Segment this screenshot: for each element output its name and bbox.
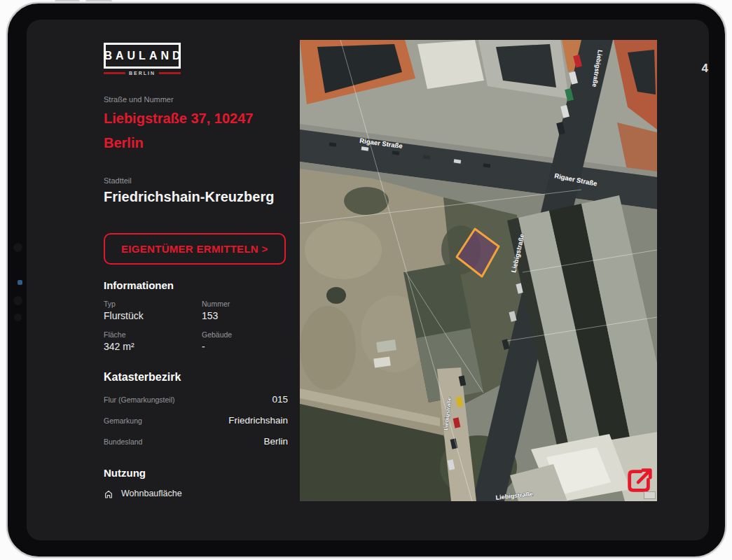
map-expand-button[interactable]: [625, 465, 654, 495]
corner-number: 4: [702, 62, 708, 76]
informationen-title: Informationen: [104, 279, 307, 291]
logo-subtext: BERLIN: [129, 71, 156, 76]
bezel-blue-dot: [18, 280, 22, 285]
address-value: Liebigstraße 37, 10247 Berlin: [104, 106, 287, 155]
row-value: Friedrichshain: [228, 415, 288, 426]
field-value: Flurstück: [104, 310, 202, 321]
field-label: Fläche: [104, 330, 202, 339]
logo-line-left: [104, 72, 125, 74]
house-icon: [104, 489, 113, 498]
owner-lookup-button[interactable]: EIGENTÜMER ERMITTELN >: [104, 233, 286, 265]
field-label: Typ: [104, 300, 202, 308]
row-gemarkung: Gemarkung Friedrichshain: [104, 415, 288, 426]
property-panel: BAULAND BERLIN Straße und Nummer Liebigs…: [104, 43, 307, 498]
bezel-mark: [14, 314, 22, 321]
logo-wordmark: BAULAND: [104, 43, 181, 69]
katasterbezirk-rows: Flur (Gemarkungsteil) 015 Gemarkung Frie…: [104, 394, 288, 447]
bezel-mark: [13, 296, 22, 305]
satellite-map[interactable]: Rigaer Straße Rigaer Straße Liebigstraße…: [300, 40, 657, 501]
open-external-icon: [625, 465, 654, 495]
field-flaeche: Fläche 342 m²: [104, 330, 202, 352]
field-label: Gebäude: [202, 330, 288, 339]
row-label: Bundesland: [104, 438, 142, 446]
district-value: Friedrichshain-Kreuzberg: [104, 189, 307, 205]
row-label: Flur (Gemarkungsteil): [104, 396, 175, 404]
field-typ: Typ Flurstück: [104, 300, 202, 321]
informationen-grid: Typ Flurstück Nummer 153 Fläche 342 m² G…: [104, 300, 288, 352]
page: 4 BAULAND BERLIN Straße und Nummer Liebi…: [0, 0, 732, 560]
field-label: Nummer: [202, 300, 288, 308]
app-screen: 4 BAULAND BERLIN Straße und Nummer Liebi…: [27, 20, 709, 540]
row-value: 015: [272, 394, 288, 405]
row-flur: Flur (Gemarkungsteil) 015: [104, 394, 288, 405]
nutzung-title: Nutzung: [104, 467, 307, 479]
nutzung-item: Wohnbaufläche: [104, 489, 307, 498]
row-bundesland: Bundesland Berlin: [104, 436, 288, 447]
field-gebaeude: Gebäude -: [202, 330, 288, 352]
row-label: Gemarkung: [104, 416, 142, 425]
field-nummer: Nummer 153: [202, 300, 288, 321]
satellite-map-canvas: Rigaer Straße Rigaer Straße Liebigstraße…: [300, 40, 657, 501]
address-label: Straße und Nummer: [104, 95, 307, 104]
field-value: 153: [202, 310, 288, 321]
map-attribution-badge: [644, 491, 656, 499]
logo-line-right: [159, 72, 181, 74]
nutzung-label: Wohnbaufläche: [121, 489, 182, 498]
katasterbezirk-title: Katasterbezirk: [104, 371, 307, 384]
field-value: 342 m²: [104, 341, 202, 352]
field-value: -: [202, 341, 288, 352]
row-value: Berlin: [263, 436, 288, 447]
bauland-logo: BAULAND BERLIN: [104, 43, 307, 76]
bezel-mark: [13, 243, 22, 252]
district-label: Stadtteil: [104, 176, 307, 185]
